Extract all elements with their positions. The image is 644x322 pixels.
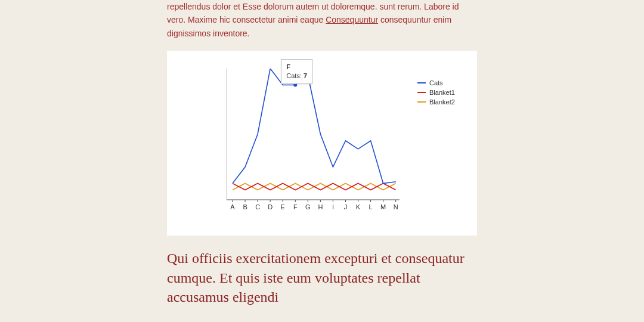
tooltip-series: Cats <box>286 72 300 79</box>
intro-paragraph: repellendus dolor et Esse dolorum autem … <box>167 0 477 40</box>
svg-text:F: F <box>293 203 298 210</box>
chart-svg: 02468 ABCDEFGHIJKLMN <box>227 69 405 218</box>
series-cats <box>233 69 396 184</box>
legend-swatch <box>417 82 426 83</box>
svg-text:A: A <box>230 203 235 210</box>
svg-text:M: M <box>380 203 386 210</box>
chart-card: 02468 ABCDEFGHIJKLMN F Cats: 7 Cats <box>167 51 477 236</box>
svg-text:J: J <box>344 203 348 210</box>
svg-text:G: G <box>305 203 311 210</box>
legend-item-blanket1[interactable]: Blanket1 <box>417 88 455 97</box>
legend-swatch <box>417 92 426 93</box>
svg-text:K: K <box>356 203 361 210</box>
x-ticks: ABCDEFGHIJKLMN <box>230 200 398 210</box>
tooltip-category: F <box>286 63 307 72</box>
svg-text:L: L <box>369 203 373 210</box>
legend-label: Blanket2 <box>429 98 455 106</box>
chart-plot[interactable]: 02468 ABCDEFGHIJKLMN F Cats: 7 <box>227 69 405 200</box>
svg-text:E: E <box>281 203 285 210</box>
svg-text:D: D <box>268 203 273 210</box>
legend-item-blanket2[interactable]: Blanket2 <box>417 97 455 107</box>
svg-text:C: C <box>255 203 260 210</box>
svg-text:N: N <box>394 203 398 210</box>
series-blanket1 <box>233 184 396 190</box>
legend-label: Cats <box>429 79 443 86</box>
chart-legend: Cats Blanket1 Blanket2 <box>417 78 455 107</box>
tooltip-row: Cats: 7 <box>286 72 307 80</box>
svg-text:I: I <box>332 203 334 210</box>
tooltip-value: 7 <box>304 72 307 79</box>
legend-label: Blanket1 <box>429 89 455 96</box>
svg-text:B: B <box>243 203 247 210</box>
intro-link[interactable]: Consequuntur <box>326 15 378 24</box>
section-heading: Qui officiis exercitationem excepturi et… <box>167 249 477 306</box>
legend-item-cats[interactable]: Cats <box>417 78 455 88</box>
legend-swatch <box>417 101 426 103</box>
svg-text:H: H <box>318 203 323 210</box>
chart-tooltip: F Cats: 7 <box>281 59 312 85</box>
